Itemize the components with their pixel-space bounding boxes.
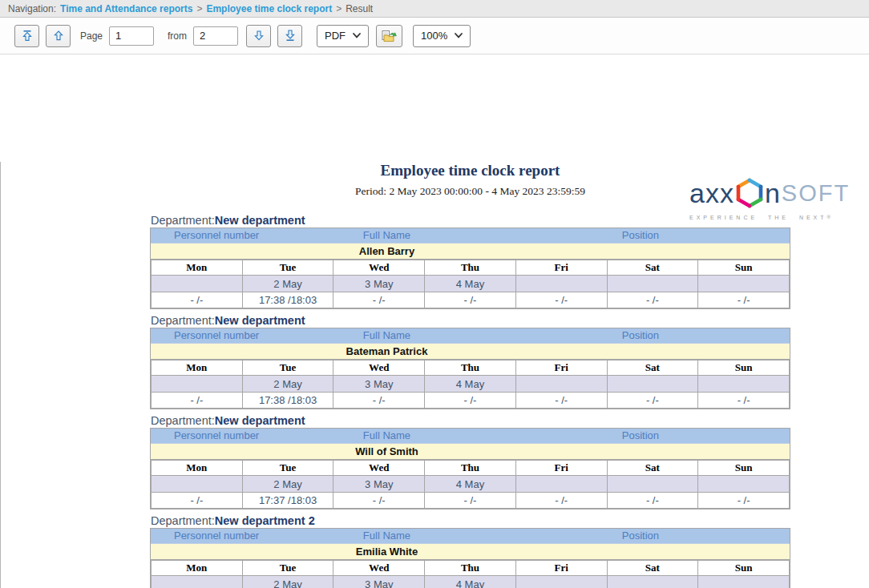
date-cell: 3 May [333, 276, 425, 292]
day-header-cell: Sat [607, 561, 698, 576]
time-cell: - /- [698, 493, 790, 509]
day-header-cell: Tue [242, 360, 333, 376]
date-cell [698, 576, 790, 588]
time-cell: 17:38 /18:03 [242, 292, 333, 308]
position-cell [491, 244, 790, 259]
department-name: New department [215, 314, 305, 327]
date-cell: 2 May [242, 476, 333, 493]
date-cell: 4 May [425, 576, 516, 588]
department-label: Department: [151, 414, 215, 427]
table-header-row: Personnel number Full Name Position [151, 529, 790, 544]
report-title: Employee time clock report [150, 162, 790, 179]
department-label: Department: [151, 514, 215, 527]
date-cell [152, 576, 243, 588]
day-header-row: Mon Tue Wed Thu Fri Sat Sun [152, 461, 790, 476]
week-table: Mon Tue Wed Thu Fri Sat Sun 2 May 3 May … [151, 360, 790, 409]
employee-name: Allen Barry [282, 244, 491, 259]
zoom-level-select[interactable]: 100% [413, 25, 471, 47]
week-table: Mon Tue Wed Thu Fri Sat Sun 2 May 3 May … [151, 460, 790, 509]
employee-name: Emilia White [282, 544, 491, 559]
breadcrumb-link-time-attendance-reports[interactable]: Time and Attendance reports [60, 3, 192, 14]
time-cell: - /- [425, 292, 516, 308]
day-header-cell: Mon [152, 360, 243, 376]
first-page-button[interactable] [14, 25, 39, 47]
logo-text-axx: axx [689, 179, 734, 207]
personnel-number-cell [151, 544, 282, 559]
day-header-cell: Fri [515, 360, 607, 376]
date-cell: 4 May [425, 476, 516, 493]
time-cell: - /- [515, 393, 607, 409]
current-page-input[interactable] [109, 26, 154, 46]
day-header-cell: Mon [152, 561, 243, 576]
time-cell: - /- [425, 393, 516, 409]
employee-name-row: Bateman Patrick [151, 344, 790, 360]
next-page-button[interactable] [246, 25, 271, 47]
day-header-cell: Wed [333, 260, 425, 276]
time-cell: - /- [152, 393, 243, 409]
time-cell: - /- [607, 393, 698, 409]
date-cell [152, 476, 243, 493]
employee-table: Personnel number Full Name Position Alle… [150, 228, 790, 309]
department-name: New department [215, 214, 305, 227]
chevron-down-icon [455, 33, 463, 38]
date-cell [152, 376, 243, 393]
time-row: - /- 17:37 /18:03 - /- - /- - /- - /- - … [152, 493, 790, 509]
export-button[interactable] [376, 25, 402, 47]
date-cell [515, 576, 607, 588]
total-pages-input[interactable] [193, 26, 238, 46]
date-cell [698, 476, 790, 493]
day-header-cell: Sun [698, 561, 790, 576]
date-cell: 2 May [242, 276, 333, 292]
day-header-cell: Thu [425, 561, 516, 576]
column-header-position: Position [491, 328, 790, 343]
date-row: 2 May 3 May 4 May [152, 276, 790, 292]
time-cell: - /- [515, 292, 607, 308]
employee-name-row: Emilia White [151, 544, 790, 560]
table-header-row: Personnel number Full Name Position [151, 228, 790, 244]
day-header-cell: Tue [242, 561, 333, 576]
day-header-cell: Wed [333, 360, 425, 376]
time-cell: - /- [333, 292, 425, 308]
time-cell: - /- [607, 292, 698, 308]
employee-block: Department:New department Personnel numb… [150, 213, 790, 309]
department-line: Department:New department [151, 413, 790, 428]
day-header-cell: Thu [425, 260, 516, 276]
chevron-down-icon [353, 33, 361, 38]
last-page-button[interactable] [277, 25, 302, 47]
day-header-cell: Mon [152, 461, 243, 476]
logo-text-soft: SOFT [782, 182, 850, 205]
day-header-row: Mon Tue Wed Thu Fri Sat Sun [152, 561, 790, 576]
personnel-number-cell [151, 244, 282, 259]
day-header-row: Mon Tue Wed Thu Fri Sat Sun [152, 260, 790, 276]
date-cell [698, 376, 790, 393]
time-cell: - /- [152, 292, 243, 308]
export-format-select[interactable]: PDF [317, 25, 369, 47]
from-label: from [168, 30, 187, 42]
employee-name: Will of Smith [282, 444, 491, 459]
day-header-row: Mon Tue Wed Thu Fri Sat Sun [152, 360, 790, 376]
employee-table: Personnel number Full Name Position Will… [150, 428, 790, 509]
hexagon-logo-icon [735, 178, 764, 208]
breadcrumb-separator: > [196, 3, 202, 14]
date-cell: 3 May [333, 476, 425, 493]
breadcrumb-link-employee-time-clock-report[interactable]: Employee time clock report [206, 3, 332, 14]
column-header-position: Position [491, 228, 790, 243]
date-cell [607, 376, 698, 393]
time-cell: - /- [515, 493, 607, 509]
export-icon [382, 30, 397, 42]
date-cell: 4 May [425, 376, 516, 393]
department-label: Department: [151, 214, 215, 227]
time-cell: - /- [333, 393, 425, 409]
report-page: Employee time clock report Period: 2 May… [150, 162, 790, 588]
week-table: Mon Tue Wed Thu Fri Sat Sun 2 May 3 May … [151, 260, 790, 308]
registered-mark: ® [827, 215, 831, 219]
next-page-icon [253, 30, 265, 42]
column-header-full-name: Full Name [282, 529, 491, 543]
date-row: 2 May 3 May 4 May [152, 576, 790, 588]
date-cell: 2 May [242, 576, 333, 588]
department-name: New department 2 [215, 514, 315, 527]
day-header-cell: Tue [242, 461, 333, 476]
table-header-row: Personnel number Full Name Position [151, 429, 790, 444]
previous-page-button[interactable] [46, 25, 71, 47]
employee-table: Personnel number Full Name Position Emil… [150, 528, 790, 588]
